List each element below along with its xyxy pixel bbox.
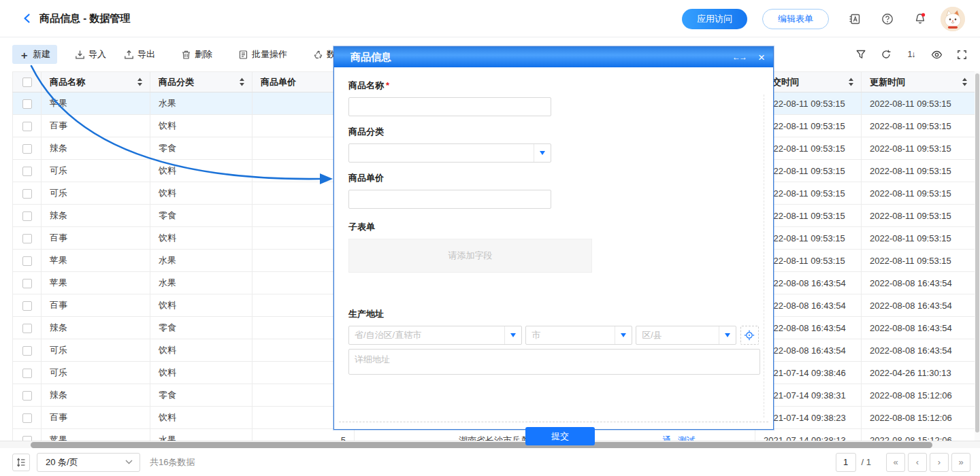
address-label: 生产地址 xyxy=(348,308,759,320)
fullscreen-icon[interactable] xyxy=(956,48,968,61)
row-checkbox[interactable] xyxy=(22,234,32,243)
product-price-label: 商品单价 xyxy=(348,172,759,184)
row-checkbox[interactable] xyxy=(22,122,32,131)
row-checkbox[interactable] xyxy=(22,144,32,154)
product-price-input[interactable] xyxy=(348,190,551,209)
pagination-bar: 20 条/页 共16条数据 1 / 1 « ‹ › » xyxy=(0,448,980,476)
cell-update-time: 2022-08-08 15:12:06 xyxy=(862,384,975,407)
cell-update-time: 2022-08-08 16:43:54 xyxy=(862,272,975,294)
cell-update-time: 2022-08-08 15:12:06 xyxy=(862,429,975,441)
horizontal-scrollbar[interactable] xyxy=(0,441,980,448)
locate-button[interactable] xyxy=(740,326,760,345)
delete-button[interactable]: 删除 xyxy=(181,48,212,61)
row-checkbox[interactable] xyxy=(22,189,32,199)
next-page-button[interactable]: › xyxy=(930,453,949,472)
import-icon xyxy=(75,50,85,60)
product-name-input[interactable] xyxy=(348,97,551,116)
attachment-link[interactable]: 测试 xyxy=(678,435,696,441)
last-page-button[interactable]: » xyxy=(951,453,970,472)
page-size-select[interactable]: 20 条/页 xyxy=(37,453,140,472)
row-checkbox[interactable] xyxy=(22,346,32,356)
back-icon[interactable] xyxy=(22,12,34,24)
select-arrow xyxy=(504,326,521,344)
cell-product-name: 可乐 xyxy=(42,339,150,362)
form-boundary-line xyxy=(764,95,764,418)
modal-title: 商品信息 xyxy=(350,51,391,64)
submit-button[interactable]: 提交 xyxy=(525,427,595,445)
locate-icon xyxy=(744,330,755,341)
cell-checkbox xyxy=(13,205,42,227)
help-icon[interactable] xyxy=(881,12,894,26)
field-subform: 子表单 请添加字段 xyxy=(348,221,759,273)
modal-header[interactable]: 商品信息 ←→ × xyxy=(334,47,773,67)
sort-icon[interactable]: 1↓ xyxy=(905,48,917,61)
plus-icon: ＋ xyxy=(19,50,29,60)
cell-product-name: 辣条 xyxy=(42,384,150,407)
select-all-checkbox[interactable] xyxy=(22,78,32,87)
filter-icon[interactable] xyxy=(855,48,867,61)
current-page-input[interactable]: 1 xyxy=(836,453,856,472)
vertical-scrollbar[interactable] xyxy=(975,71,980,441)
field-product-price: 商品单价 xyxy=(348,172,759,209)
detail-address-input[interactable] xyxy=(348,349,760,375)
district-select[interactable]: 区/县 xyxy=(636,326,736,345)
row-checkbox[interactable] xyxy=(22,301,32,311)
header-checkbox-cell xyxy=(13,72,42,92)
row-checkbox[interactable] xyxy=(22,167,32,176)
row-checkbox[interactable] xyxy=(22,279,32,288)
triangle-down-icon xyxy=(725,333,730,337)
province-select[interactable]: 省/自治区/直辖市 xyxy=(348,326,522,345)
sort-arrows-icon xyxy=(239,78,245,86)
cell-product-category: 零食 xyxy=(150,384,252,407)
header-update-time[interactable]: 更新时间 xyxy=(862,72,975,92)
page-size-value: 20 条/页 xyxy=(46,456,78,469)
cell-product-name: 百事 xyxy=(42,407,150,429)
refresh-icon[interactable] xyxy=(880,48,892,61)
row-height-icon[interactable] xyxy=(12,454,30,471)
expand-icon[interactable]: ←→ xyxy=(732,52,746,62)
cell-update-time: 2022-08-11 09:53:15 xyxy=(862,227,975,250)
subform-dropzone[interactable]: 请添加字段 xyxy=(348,239,592,273)
new-button[interactable]: ＋ 新建 xyxy=(12,45,57,64)
table-row[interactable]: 苹果 水果 5 湖南省长沙市岳麓区天顶街道通测试 2021-07-14 09:3… xyxy=(13,429,975,441)
export-button[interactable]: 导出 xyxy=(124,48,155,61)
notification-dot xyxy=(921,13,925,16)
product-category-select[interactable] xyxy=(348,143,551,163)
row-checkbox[interactable] xyxy=(22,99,32,109)
prev-page-button[interactable]: ‹ xyxy=(908,453,927,472)
header-name[interactable]: 商品名称 xyxy=(42,72,150,92)
cell-product-name: 苹果 xyxy=(42,250,150,272)
city-select[interactable]: 市 xyxy=(525,326,632,345)
form-divider xyxy=(339,422,768,422)
notification-bell-icon[interactable] xyxy=(913,12,927,26)
attachment-link[interactable]: 通 xyxy=(662,435,671,441)
header-category[interactable]: 商品分类 xyxy=(150,72,252,92)
cell-product-category: 零食 xyxy=(150,317,252,339)
cell-product-name: 苹果 xyxy=(42,272,150,294)
row-checkbox[interactable] xyxy=(22,211,32,221)
avatar[interactable] xyxy=(941,7,965,31)
batch-actions-button[interactable]: 批量操作 xyxy=(238,48,287,61)
row-checkbox[interactable] xyxy=(22,256,32,266)
row-checkbox[interactable] xyxy=(22,413,32,423)
eye-icon[interactable] xyxy=(930,48,943,61)
cell-update-time: 2022-08-08 16:43:54 xyxy=(862,294,975,317)
first-page-button[interactable]: « xyxy=(886,453,905,472)
row-checkbox[interactable] xyxy=(22,369,32,378)
sort-arrows-icon xyxy=(137,78,143,86)
cell-checkbox xyxy=(13,429,42,441)
cell-product-category: 饮料 xyxy=(150,182,252,205)
cell-update-time: 2022-08-11 09:53:15 xyxy=(862,160,975,182)
import-button[interactable]: 导入 xyxy=(75,48,106,61)
cell-product-name: 可乐 xyxy=(42,362,150,384)
cell-checkbox xyxy=(13,227,42,250)
edit-form-button[interactable]: 编辑表单 xyxy=(762,9,829,29)
vertical-scrollbar-thumb[interactable] xyxy=(975,73,979,432)
horizontal-scrollbar-thumb[interactable] xyxy=(31,442,932,448)
row-checkbox[interactable] xyxy=(22,391,32,401)
language-docs-icon[interactable] xyxy=(848,12,862,26)
row-checkbox[interactable] xyxy=(22,436,32,441)
close-icon[interactable]: × xyxy=(758,52,765,63)
row-checkbox[interactable] xyxy=(22,324,32,333)
app-access-button[interactable]: 应用访问 xyxy=(682,9,747,29)
